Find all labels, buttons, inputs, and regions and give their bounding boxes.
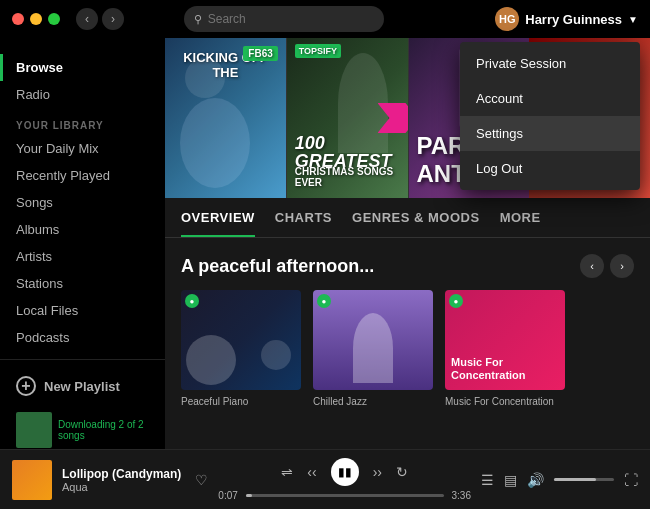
sidebar-item-daily-mix[interactable]: Your Daily Mix: [0, 135, 165, 162]
prev-button[interactable]: ‹‹: [307, 464, 316, 480]
chevron-down-icon: ▼: [628, 14, 638, 25]
hero-banner-1[interactable]: KICKING OFF THE FB63: [165, 38, 286, 198]
bottom-player: Lollipop (Candyman) Aqua ♡ ⇌ ‹‹ ▮▮ ›› ↻ …: [0, 449, 650, 509]
cards-prev-button[interactable]: ‹: [580, 254, 604, 278]
player-track-info: Lollipop (Candyman) Aqua: [62, 467, 181, 493]
tab-overview[interactable]: OVERVIEW: [181, 210, 255, 237]
search-input[interactable]: [208, 12, 374, 26]
menu-item-logout[interactable]: Log Out: [460, 151, 640, 186]
concentration-text: Music For Concentration: [451, 356, 559, 382]
sidebar-item-albums[interactable]: Albums: [0, 216, 165, 243]
piano-decor: [186, 335, 236, 385]
card-label-jazz: Chilled Jazz: [313, 396, 433, 407]
time-current: 0:07: [218, 490, 237, 501]
sidebar: Browse Radio YOUR LIBRARY Your Daily Mix…: [0, 38, 165, 449]
banner-2-tag: TOPSIFY: [295, 44, 341, 58]
playlist-cards: ● Peaceful Piano ● Chilled Jazz ● Music …: [165, 290, 650, 407]
banner-2-sub: CHRISTMAS SONGS EVER: [295, 166, 408, 188]
cards-next-button[interactable]: ›: [610, 254, 634, 278]
spotify-icon-jazz: ●: [317, 294, 331, 308]
sidebar-item-recently-played[interactable]: Recently Played: [0, 162, 165, 189]
card-thumb-concentration: ● Music For Concentration: [445, 290, 565, 390]
progress-track[interactable]: [246, 494, 444, 497]
shuffle-button[interactable]: ⇌: [281, 464, 293, 480]
progress-fill: [246, 494, 252, 497]
fullscreen-icon[interactable]: ⛶: [624, 472, 638, 488]
sidebar-item-podcasts[interactable]: Podcasts: [0, 324, 165, 351]
player-center: ⇌ ‹‹ ▮▮ ›› ↻ 0:07 3:36: [218, 458, 471, 501]
plus-circle-icon: +: [16, 376, 36, 396]
sidebar-item-radio[interactable]: Radio: [0, 81, 165, 108]
close-button[interactable]: [12, 13, 24, 25]
maximize-button[interactable]: [48, 13, 60, 25]
menu-item-settings[interactable]: Settings: [460, 116, 640, 151]
downloading-status: Downloading 2 of 2 songs: [0, 404, 165, 449]
progress-bar-container: 0:07 3:36: [218, 490, 471, 501]
traffic-lights: [12, 13, 60, 25]
menu-item-private-session[interactable]: Private Session: [460, 46, 640, 81]
player-right-controls: ☰ ▤ 🔊 ⛶: [481, 472, 638, 488]
tab-more[interactable]: MORE: [500, 210, 541, 237]
sidebar-item-local-files[interactable]: Local Files: [0, 297, 165, 324]
banner-1-tag: FB63: [243, 46, 277, 61]
volume-icon[interactable]: 🔊: [527, 472, 544, 488]
new-playlist-button[interactable]: + New Playlist: [0, 368, 165, 404]
card-label-concentration: Music For Concentration: [445, 396, 565, 407]
card-thumb-jazz: ●: [313, 290, 433, 390]
tabs: OVERVIEW CHARTS GENRES & MOODS MORE: [165, 198, 650, 238]
sidebar-item-browse[interactable]: Browse: [0, 54, 165, 81]
user-dropdown-menu: Private Session Account Settings Log Out: [460, 42, 640, 190]
title-bar: ‹ › ⚲ HG Harry Guinness ▼: [0, 0, 650, 38]
section-title: A peaceful afternoon...: [181, 256, 374, 277]
time-total: 3:36: [452, 490, 471, 501]
nav-buttons: ‹ ›: [76, 8, 124, 30]
search-bar[interactable]: ⚲: [184, 6, 384, 32]
card-label-piano: Peaceful Piano: [181, 396, 301, 407]
player-album-art: [12, 460, 52, 500]
tab-charts[interactable]: CHARTS: [275, 210, 332, 237]
card-thumb-piano: ●: [181, 290, 301, 390]
card-peaceful-piano[interactable]: ● Peaceful Piano: [181, 290, 301, 407]
user-name: Harry Guinness: [525, 12, 622, 27]
menu-item-account[interactable]: Account: [460, 81, 640, 116]
player-artist-name: Aqua: [62, 481, 181, 493]
jazz-figure: [353, 313, 393, 383]
volume-fill: [554, 478, 596, 481]
sidebar-divider: [0, 359, 165, 360]
next-button[interactable]: ››: [373, 464, 382, 480]
repeat-button[interactable]: ↻: [396, 464, 408, 480]
download-thumb: [16, 412, 52, 448]
spotify-icon-piano: ●: [185, 294, 199, 308]
player-track-name: Lollipop (Candyman): [62, 467, 181, 481]
tab-genres-moods[interactable]: GENRES & MOODS: [352, 210, 480, 237]
minimize-button[interactable]: [30, 13, 42, 25]
player-controls: ⇌ ‹‹ ▮▮ ›› ↻: [281, 458, 408, 486]
pause-button[interactable]: ▮▮: [331, 458, 359, 486]
section-header: A peaceful afternoon... ‹ ›: [165, 238, 650, 290]
sidebar-item-artists[interactable]: Artists: [0, 243, 165, 270]
forward-button[interactable]: ›: [102, 8, 124, 30]
sidebar-item-songs[interactable]: Songs: [0, 189, 165, 216]
hero-banner-2[interactable]: TOPSIFY 100 GREATEST CHRISTMAS SONGS EVE…: [286, 38, 408, 198]
library-section-label: YOUR LIBRARY: [0, 108, 165, 135]
card-chilled-jazz[interactable]: ● Chilled Jazz: [313, 290, 433, 407]
sidebar-item-stations[interactable]: Stations: [0, 270, 165, 297]
queue-icon[interactable]: ☰: [481, 472, 494, 488]
search-icon: ⚲: [194, 13, 202, 26]
volume-bar[interactable]: [554, 478, 614, 481]
spotify-icon-concentration: ●: [449, 294, 463, 308]
user-menu-trigger[interactable]: HG Harry Guinness ▼: [495, 7, 638, 31]
card-concentration[interactable]: ● Music For Concentration Music For Conc…: [445, 290, 565, 407]
user-avatar: HG: [495, 7, 519, 31]
devices-icon[interactable]: ▤: [504, 472, 517, 488]
back-button[interactable]: ‹: [76, 8, 98, 30]
heart-button[interactable]: ♡: [195, 472, 208, 488]
